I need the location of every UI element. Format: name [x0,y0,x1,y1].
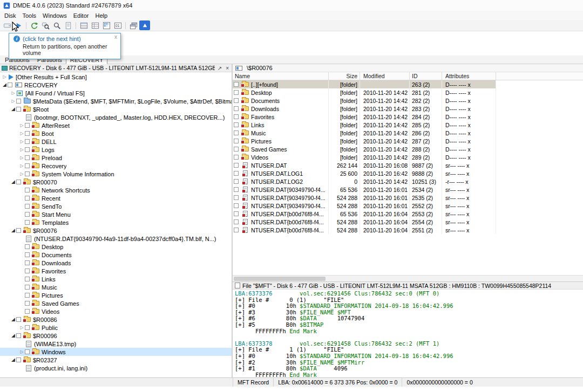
row-checkbox[interactable] [234,155,239,160]
tree-item[interactable]: ▷Recovery [0,162,232,170]
tree-checkbox[interactable] [25,325,30,330]
expand-icon[interactable]: ▷ [10,89,16,97]
collapse-icon[interactable]: ◢ [10,315,16,324]
table-row[interactable]: NTUSER.DAT{b00d76f8-f4...65 5362010-11-2… [233,210,496,218]
expand-icon[interactable]: ▷ [19,162,25,170]
panel-close-icon[interactable]: × [225,65,230,71]
tree-checkbox[interactable] [16,333,21,338]
tree-item[interactable]: ▷Preload [0,154,232,162]
tree-checkbox[interactable] [25,188,30,192]
column-header-name[interactable]: Name [233,72,329,80]
refresh-button[interactable] [29,20,39,30]
tree-item[interactable]: (product.ini, lang.ini) [0,364,232,372]
table-row[interactable]: Desktop[folder]2010-11-20 14:42281 (2)D-… [233,88,496,97]
column-header-id[interactable]: ID [410,72,442,80]
table-row[interactable]: Downloads[folder]2010-11-20 14:42283 (2)… [233,105,496,113]
tree-item[interactable]: SendTo [0,202,232,210]
table-row[interactable]: NTUSER.DAT{90349790-f4...524 2882010-11-… [233,202,496,210]
tree-checkbox[interactable] [25,349,30,354]
expand-icon[interactable]: ▷ [19,348,25,356]
row-checkbox[interactable] [234,163,239,168]
collapse-icon[interactable]: ◢ [2,81,8,89]
tree-item[interactable]: ◢$R02327 [0,356,232,364]
row-checkbox[interactable] [234,219,239,224]
row-checkbox[interactable] [234,203,239,208]
expand-icon[interactable]: ▷ [2,73,8,81]
tree-checkbox[interactable] [16,357,21,362]
partition-table-button[interactable] [78,20,89,30]
row-checkbox[interactable] [234,195,239,200]
tree-checkbox[interactable] [25,131,30,136]
expand-icon[interactable]: ▷ [19,154,25,162]
tree-checkbox[interactable] [25,171,30,176]
tree-item[interactable]: Downloads [0,259,232,267]
row-checkbox[interactable] [234,90,239,95]
table-row[interactable]: NTUSER.DAT.LOG202010-11-20 14:4210251 (3… [233,177,496,185]
table-row[interactable]: Music[folder]2010-11-20 14:42286 (2)D---… [233,129,496,137]
row-checkbox[interactable] [234,179,239,184]
row-checkbox[interactable] [234,82,239,87]
expand-icon[interactable]: ▷ [19,170,25,178]
cluster-map-button[interactable] [101,20,112,30]
tree-checkbox[interactable] [25,252,30,257]
dmde-logo-button[interactable] [139,20,150,30]
tree-checkbox[interactable] [25,204,30,209]
tree-item[interactable]: ▷Logs [0,146,232,154]
file-table-button[interactable] [90,20,100,30]
tree-checkbox[interactable] [25,123,30,128]
tree-checkbox[interactable] [25,301,30,306]
table-row[interactable]: Pictures[folder]2010-11-20 14:42287 (2)D… [233,137,496,145]
row-checkbox[interactable] [234,130,239,135]
tree-item[interactable]: ▷[All Found / Virtual FS] [0,89,232,97]
horizontal-scrollbar[interactable] [233,275,583,281]
hint-title[interactable]: (click for the next hint) [23,36,81,42]
tree-item[interactable]: Music [0,283,232,291]
scrollbar-thumb[interactable] [234,277,326,281]
row-checkbox[interactable] [234,106,239,111]
tree-item[interactable]: ◢$R00070 [0,178,232,186]
expand-icon[interactable]: ▷ [19,121,25,129]
row-checkbox[interactable] [234,187,239,192]
tree-item[interactable]: ▷Boot [0,129,232,137]
tree-item[interactable]: Videos [0,307,232,315]
tree-item[interactable]: Documents [0,251,232,259]
tree-checkbox[interactable] [25,139,30,144]
search-button[interactable] [51,20,62,30]
table-row[interactable]: Videos[folder]2010-11-20 14:42289 (2)D--… [233,153,496,161]
tree-item[interactable]: Favorites [0,267,232,275]
menu-item-help[interactable]: Help [92,12,111,19]
tree-checkbox[interactable] [25,293,30,298]
tree-item[interactable]: ▷System Volume Information [0,170,232,178]
tree-item[interactable]: ◢$R00086 [0,315,232,324]
windows-cascade-button[interactable] [128,20,139,30]
column-header-modified[interactable]: Modified [360,72,410,80]
tree-checkbox[interactable] [25,147,30,152]
menu-item-editor[interactable]: Editor [70,12,92,19]
tree-item[interactable]: Recent [0,194,232,202]
tree-item[interactable]: ◢$R00076 [0,226,232,235]
table-row[interactable]: NTUSER.DAT{b00d76f8-f4...524 2882010-11-… [233,218,496,226]
tree-item[interactable]: ◢$R00096 [0,332,232,340]
expand-icon[interactable]: ▷ [19,137,25,146]
tree-checkbox[interactable] [16,107,21,112]
expand-icon[interactable]: ▷ [10,97,16,105]
editor-button[interactable] [63,20,73,30]
row-checkbox[interactable] [234,114,239,119]
tree-item[interactable]: ▷Public [0,324,232,332]
tree-checkbox[interactable] [25,244,30,249]
table-row[interactable]: Documents[folder]2010-11-20 14:42282 (2)… [233,97,496,105]
row-checkbox[interactable] [234,211,239,216]
tree-item[interactable]: ◢$Root [0,105,232,113]
table-row[interactable]: NTUSER.DAT262 1442010-11-20 16:089887 (2… [233,161,496,169]
tree-checkbox[interactable] [16,228,21,233]
tree-item[interactable]: Links [0,275,232,283]
tree-checkbox[interactable] [25,220,30,225]
tree-item[interactable]: Network Shortcuts [0,186,232,194]
tree-checkbox[interactable] [25,309,30,314]
table-row[interactable]: Saved Games[folder]2010-11-20 14:42288 (… [233,145,496,153]
tree-item[interactable]: (bootmgr, BOOTNXT, _updated_, Master.log… [0,113,232,121]
collapse-icon[interactable]: ◢ [10,356,16,364]
hex-viewer[interactable]: LBA:6373376 vol.sec:6291456 Clus:786432 … [233,290,583,377]
scan-volume-button[interactable] [40,20,51,30]
tree-item[interactable]: Templates [0,218,232,226]
